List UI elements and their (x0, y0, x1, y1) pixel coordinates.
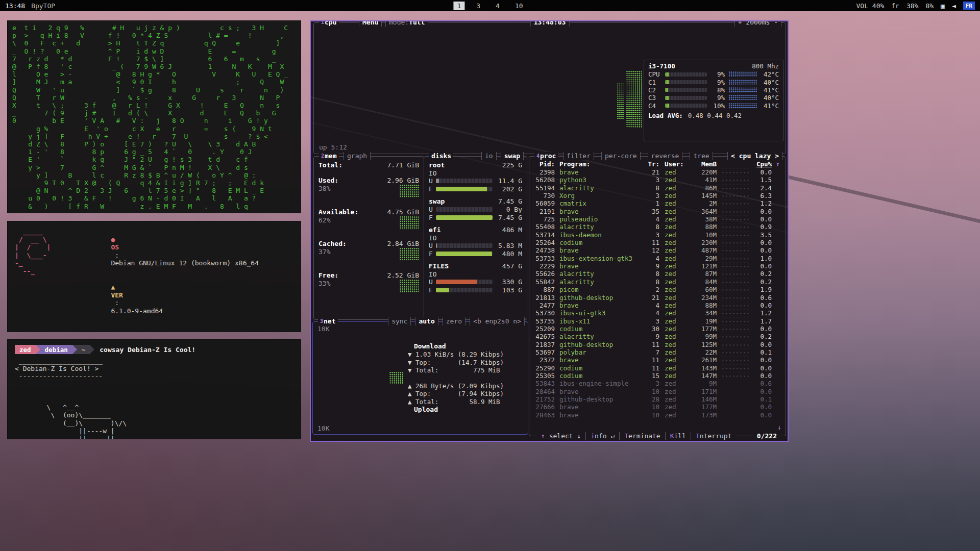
process-row[interactable]: 725 pulseaudio 4 zed 38M 0.0 (533, 215, 781, 223)
header-user[interactable]: User: (659, 160, 693, 168)
process-row[interactable]: 887 picom 2 zed 60M 1.9 (533, 286, 781, 293)
process-row[interactable]: 25305 codium 15 zed 147M 0.0 (533, 372, 781, 380)
process-threads: 10 (646, 411, 659, 419)
workspace-button[interactable]: 4 (492, 2, 503, 10)
bpytop-window[interactable]: 1cpu Menu mode:full 13:48:03 + 2000ms - … (310, 20, 789, 442)
process-row[interactable]: 730 Xorg 3 zed 145M 6.3 (533, 192, 781, 199)
cpu-graph-cluster (626, 71, 642, 128)
disk-free-value: 202 G (496, 185, 522, 193)
process-row[interactable]: 25264 codium 11 zed 230M 0.0 (533, 239, 781, 246)
disk-free-key: F (429, 185, 436, 193)
mem-stat-value: 2.96 GiB (387, 177, 419, 185)
workspace-button[interactable]: 1 (453, 2, 464, 10)
mem-stat-graph (400, 185, 419, 198)
process-row[interactable]: 27666 brave 10 zed 177M 0.0 (533, 403, 781, 411)
process-user: zed (659, 184, 693, 192)
proc-tab[interactable]: tree (690, 152, 713, 160)
interrupt-button[interactable]: Interrupt (691, 432, 736, 440)
process-row[interactable]: 2191 brave 35 zed 364M 0.0 (533, 208, 781, 215)
disk-free-key: F (429, 250, 436, 258)
info-icon: ▲ (111, 283, 119, 291)
process-pid: 53714 (533, 231, 555, 239)
terminal-neofetch[interactable]: _____ / __ \| / || \___--_ --_ ● OS : De… (7, 221, 301, 332)
disks-swap-tab[interactable]: swap (501, 152, 524, 160)
process-threads: 4 (646, 215, 659, 223)
scroll-down-indicator[interactable]: ↓ (777, 423, 781, 431)
process-memory: 364M (693, 208, 717, 215)
process-row[interactable]: 2477 brave 4 zed 88M 0.0 (533, 302, 781, 309)
process-row[interactable]: 42675 alacritty 9 zed 99M 0.2 (533, 333, 781, 340)
net-tab[interactable]: auto (415, 317, 438, 325)
proc-tab[interactable]: per-core (601, 152, 641, 160)
process-cpu-percent: 0.0 (749, 246, 772, 254)
mode-toggle[interactable]: mode:full (385, 20, 428, 27)
header-pid[interactable]: Pid: (533, 160, 555, 168)
system-info-line: ● OS : Debian GNU/Linux 12 (bookworm) x8… (63, 228, 259, 276)
header-threads[interactable]: Tr: (646, 160, 659, 168)
process-row[interactable]: 21813 github-desktop 21 zed 234M 0.6 (533, 294, 781, 302)
matrix-line: 9 T 0 T X @ ( Q q 4 & I i g ] R 7 ; ; E … (12, 179, 296, 187)
process-row[interactable]: 53714 ibus-daemon 3 zed 10M 3.5 (533, 231, 781, 239)
process-row[interactable]: 55626 alacritty 8 zed 87M 0.2 (533, 270, 781, 278)
process-row[interactable]: 21837 github-desktop 11 zed 125M 0.0 (533, 341, 781, 348)
process-name: ibus-extension-gtk3 (555, 255, 646, 262)
core-name: C2 (648, 86, 665, 94)
process-row[interactable]: 55408 alacritty 8 zed 88M 0.9 (533, 223, 781, 231)
process-row[interactable]: 28463 brave 10 zed 173M 0.0 (533, 411, 781, 419)
kill-button[interactable]: Kill (665, 432, 691, 440)
process-row[interactable]: 56059 cmatrix 1 zed 2M 1.2 (533, 199, 781, 207)
scroll-up-indicator[interactable]: ↑ (776, 160, 780, 168)
info-key[interactable]: info ↵ (585, 432, 619, 440)
disks-io-tab[interactable]: io (481, 152, 497, 160)
process-row[interactable]: 56208 python3 3 zed 41M 1.5 (533, 176, 781, 184)
process-row[interactable]: 53697 polybar 7 zed 22M 0.1 (533, 348, 781, 356)
process-user: zed (659, 325, 693, 333)
process-cpu-graph (720, 317, 749, 325)
net-tab[interactable]: sync (388, 317, 411, 325)
process-row[interactable]: 24738 brave 12 zed 487M 0.0 (533, 246, 781, 254)
process-memory: 177M (693, 403, 717, 411)
menu-button[interactable]: Menu (359, 20, 382, 27)
process-row[interactable]: 55194 alacritty 8 zed 86M 2.4 (533, 184, 781, 192)
proc-sort-selector[interactable]: < cpu lazy > (727, 152, 782, 160)
process-row[interactable]: 25290 codium 11 zed 143M 0.0 (533, 364, 781, 372)
process-name: picom (555, 286, 646, 293)
workspace-button[interactable]: 3 (473, 2, 484, 10)
process-row[interactable]: 55842 alacritty 8 zed 84M 0.2 (533, 278, 781, 286)
matrix-line: @ N ^ D 2 3 J 6 l 7 5 e > ] " 8 E M L _ … (12, 187, 296, 194)
process-row[interactable]: 2398 brave 21 zed 220M 0.0 (533, 168, 781, 176)
process-row[interactable]: 25209 codium 30 zed 177M 0.0 (533, 325, 781, 333)
process-threads: 4 (646, 309, 659, 317)
process-name: codium (555, 372, 646, 380)
proc-tab[interactable]: reverse (648, 152, 683, 160)
process-row[interactable]: 53730 ibus-ui-gtk3 4 zed 34M 1.2 (533, 309, 781, 317)
terminate-button[interactable]: Terminate (619, 432, 665, 440)
process-row[interactable]: 53733 ibus-extension-gtk3 4 zed 29M 1.0 (533, 255, 781, 262)
net-interface-selector[interactable]: <b enp2s0 n> (470, 317, 525, 325)
process-row[interactable]: 28464 brave 10 zed 171M 0.0 (533, 388, 781, 395)
process-pid: 21837 (533, 341, 555, 348)
process-row[interactable]: 21752 github-desktop 28 zed 146M 0.1 (533, 395, 781, 403)
select-keys[interactable]: ↑ select ↓ (536, 432, 585, 440)
disk-entry: efi 486 M IO U 5.83 M F 480 M (429, 226, 522, 258)
cpu-graph-cluster (617, 83, 624, 119)
header-cpu[interactable]: Cpu% (749, 160, 772, 168)
process-row[interactable]: 2372 brave 11 zed 261M 0.0 (533, 356, 781, 364)
process-row[interactable]: 53843 ibus-engine-simple 3 zed 9M 0.6 (533, 380, 781, 387)
proc-tab[interactable]: filter (563, 152, 594, 160)
terminal-cowsay[interactable]: zeddebian~ cowsay Debian-Z Is Cool! ____… (7, 339, 301, 439)
process-name: brave (555, 262, 646, 270)
refresh-interval-control[interactable]: + 2000ms - (734, 20, 781, 27)
terminal-cmatrix[interactable]: e t i 2 q 9 % # H u j z & p ) c s ; 3 H … (7, 20, 301, 213)
header-program[interactable]: Program: (555, 160, 646, 168)
keyboard-flag-badge[interactable]: FR (963, 2, 975, 10)
workspace-button[interactable]: 10 (511, 2, 527, 10)
core-name: C3 (648, 94, 665, 102)
header-memory[interactable]: MemB (693, 160, 717, 168)
upload-stats: ▲ 268 Byte/s (2.09 Kibps)▲ Top: (7.94 Ki… (408, 382, 525, 406)
process-row[interactable]: 53735 ibus-x11 3 zed 19M 1.7 (533, 317, 781, 325)
process-row[interactable]: 2229 brave 9 zed 121M 0.0 (533, 262, 781, 270)
disk-free-key: F (429, 286, 436, 294)
net-tab[interactable]: zero (443, 317, 465, 325)
process-cpu-percent: 0.0 (749, 411, 772, 419)
